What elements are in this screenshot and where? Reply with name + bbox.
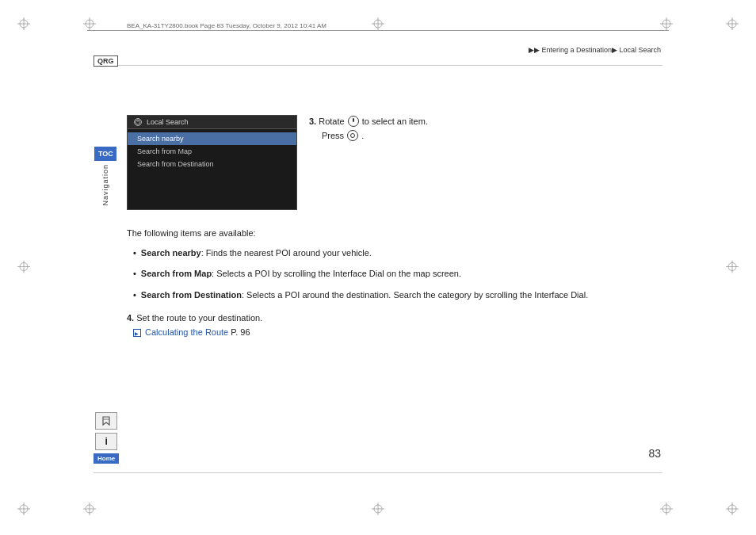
bullet-search-destination: • Search from Destination: Selects a POI… — [127, 288, 661, 303]
info-icon: i — [105, 436, 107, 447]
step4-link-container: Calculating the Route P. 96 — [133, 327, 250, 337]
bullet-text-3: Search from Destination: Selects a POI a… — [141, 288, 588, 303]
page-number: 83 — [648, 447, 661, 460]
reg-mark-tr — [726, 17, 739, 32]
step3: 3. Rotate to select an item. Press . — [309, 115, 661, 143]
step3-period: . — [361, 131, 364, 140]
bottom-horizontal-rule — [94, 472, 662, 473]
reg-mark-tl — [17, 17, 30, 32]
ui-panel-title-bar: Local Search — [128, 116, 296, 129]
ui-panel-item-search-nearby[interactable]: Search nearby — [128, 132, 296, 145]
term-search-map: Search from Map — [141, 269, 212, 278]
step3-press-label: Press — [322, 131, 346, 140]
step4-link-text: Calculating the Route — [145, 327, 228, 337]
step4-link-page: P. 96 — [231, 327, 250, 337]
bottom-icons: i Home — [94, 412, 119, 464]
ui-panel: Local Search Search nearby Search from M… — [127, 115, 297, 210]
bullet-dot-1: • — [133, 246, 136, 261]
reg-mark-br — [726, 503, 739, 518]
ui-panel-item-search-map[interactable]: Search from Map — [128, 145, 296, 158]
reg-mark-mid-l — [17, 260, 30, 275]
home-button[interactable]: Home — [94, 453, 119, 464]
info-icon-btn[interactable]: i — [95, 433, 117, 450]
bookmark-icon-btn[interactable] — [95, 412, 117, 430]
step4-link[interactable]: Calculating the Route — [145, 327, 231, 337]
step4-text: Set the route to your destination. — [136, 313, 262, 323]
file-info: BEA_KA-31TY2800.book Page 83 Tuesday, Oc… — [127, 22, 326, 29]
term-search-nearby: Search nearby — [141, 248, 201, 258]
reg-mark-mid-r — [726, 260, 739, 275]
knob-icon — [348, 116, 359, 127]
main-content: Local Search Search nearby Search from M… — [127, 67, 661, 472]
step4-number: 4. — [127, 313, 134, 323]
ui-panel-title: Local Search — [147, 118, 189, 126]
ui-panel-items: Search nearby Search from Map Search fro… — [128, 129, 296, 174]
qrg-button[interactable]: QRG — [94, 55, 118, 67]
bullet-dot-2: • — [133, 266, 136, 281]
step3-number: 3. — [309, 117, 316, 126]
nav-label: Navigation — [101, 164, 109, 206]
bullet-dot-3: • — [133, 288, 136, 303]
link-icon — [133, 329, 141, 337]
bullet-search-map: • Search from Map: Selects a POI by scro… — [127, 266, 661, 281]
ui-panel-item-search-destination[interactable]: Search from Destination — [128, 158, 296, 170]
step3-text: Rotate — [319, 117, 346, 126]
breadcrumb: ▶▶ Entering a Destination▶ Local Search — [529, 46, 661, 54]
bullet-text-2: Search from Map: Selects a POI by scroll… — [141, 266, 461, 281]
body-text: The following items are available: • Sea… — [127, 226, 661, 340]
reg-mark-mid-bot — [372, 503, 384, 518]
reg-mark-bot-r — [660, 503, 673, 518]
body-intro: The following items are available: — [127, 226, 661, 241]
press-icon — [347, 130, 358, 141]
step4: 4. Set the route to your destination. Ca… — [127, 311, 661, 340]
bullet-text-1: Search nearby: Finds the nearest POI aro… — [141, 246, 372, 261]
sidebar: TOC Navigation — [94, 67, 117, 472]
top-rule — [87, 30, 669, 31]
toc-button[interactable]: TOC — [94, 147, 116, 161]
top-horizontal-rule — [94, 65, 662, 66]
step3-text2: to select an item. — [362, 117, 428, 126]
breadcrumb-part1: ▶▶ Entering a Destination▶ Local Search — [529, 46, 661, 54]
reg-mark-bl — [17, 503, 30, 518]
bullet-search-nearby: • Search nearby: Finds the nearest POI a… — [127, 246, 661, 261]
reg-mark-bot-l — [83, 503, 96, 518]
ui-panel-icon — [134, 118, 142, 126]
term-search-destination: Search from Destination — [141, 290, 242, 300]
